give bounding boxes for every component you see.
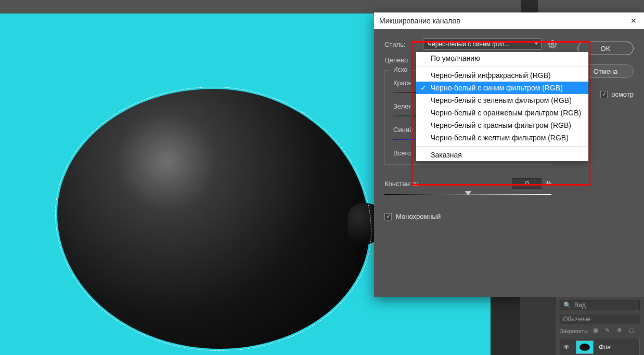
style-select[interactable]: Черно-белый с синим фил... bbox=[423, 38, 542, 50]
dropdown-separator bbox=[416, 146, 588, 147]
brush-icon[interactable]: ✎ bbox=[605, 327, 613, 335]
layers-panel: 🔍 Вид Обычные Закрепить: ▦ ✎ ✥ ▢ 👁 Фон bbox=[556, 297, 644, 355]
dropdown-item[interactable]: Заказная bbox=[416, 149, 588, 161]
constant-slider[interactable] bbox=[384, 192, 551, 198]
blend-mode-select[interactable]: Обычные bbox=[560, 314, 640, 324]
right-tools-strip bbox=[520, 297, 555, 355]
dropdown-item[interactable]: Черно-белый с оранжевым фильтром (RGB) bbox=[416, 107, 588, 119]
dropdown-item[interactable]: По умолчанию bbox=[416, 52, 588, 64]
monochrome-label: Монохромный bbox=[396, 213, 441, 220]
dialog-title-text: Микширование каналов bbox=[379, 17, 460, 25]
preview-label: осмотр bbox=[611, 90, 634, 98]
slider-thumb-icon[interactable] bbox=[465, 191, 471, 195]
move-icon[interactable]: ✥ bbox=[617, 327, 625, 335]
total-label: Всего: bbox=[393, 149, 413, 157]
layers-search-placeholder: Вид bbox=[574, 301, 586, 309]
layer-row[interactable]: 👁 Фон bbox=[560, 338, 640, 355]
target-label: Целево bbox=[384, 56, 418, 64]
preview-checkbox[interactable]: ✓ bbox=[600, 91, 608, 98]
dropdown-item[interactable]: Черно-белый с красным фильтром (RGB) bbox=[416, 119, 588, 132]
style-dropdown[interactable]: По умолчаниюЧерно-белый инфракрасный (RG… bbox=[416, 52, 588, 161]
monochrome-checkbox[interactable]: ✓ bbox=[384, 213, 392, 220]
constant-label: Константа: bbox=[384, 180, 418, 188]
pct-symbol-2: % bbox=[545, 179, 551, 187]
dropdown-item[interactable]: Черно-белый с зеленым фильтром (RGB) bbox=[416, 94, 588, 107]
pin-label: Закрепить: bbox=[560, 328, 589, 334]
search-icon: 🔍 bbox=[563, 301, 571, 309]
chevron-down-icon bbox=[534, 42, 538, 45]
svg-point-0 bbox=[551, 43, 553, 45]
close-icon[interactable]: ✕ bbox=[628, 16, 639, 26]
artboard-icon[interactable]: ▢ bbox=[629, 327, 637, 335]
dialog-titlebar[interactable]: Микширование каналов ✕ bbox=[374, 12, 644, 29]
gear-icon[interactable] bbox=[547, 38, 558, 50]
right-panels-header bbox=[538, 0, 644, 14]
lock-pixels-icon[interactable]: ▦ bbox=[593, 327, 601, 335]
style-select-value: Черно-белый с синим фил... bbox=[428, 41, 510, 48]
group-title: Исхо bbox=[390, 66, 410, 73]
constant-input[interactable] bbox=[512, 178, 542, 189]
dropdown-item[interactable]: Черно-белый с желтым фильтром (RGB) bbox=[416, 132, 588, 144]
dropdown-item[interactable]: Черно-белый инфракрасный (RGB) bbox=[416, 69, 588, 82]
layer-name: Фон bbox=[599, 344, 611, 351]
layer-thumbnail[interactable] bbox=[576, 340, 594, 354]
dropdown-item[interactable]: Черно-белый с синим фильтром (RGB) bbox=[416, 82, 588, 94]
dropdown-separator bbox=[416, 67, 588, 67]
layers-search[interactable]: 🔍 Вид bbox=[560, 300, 640, 310]
style-label: Стиль: bbox=[384, 41, 418, 48]
subject-lemon bbox=[57, 89, 369, 349]
visibility-icon[interactable]: 👁 bbox=[562, 344, 571, 351]
